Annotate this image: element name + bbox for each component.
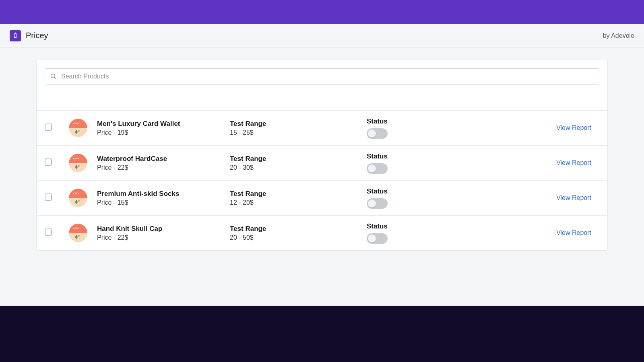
search-input[interactable] — [61, 73, 594, 80]
app-logo-icon — [10, 30, 21, 41]
product-thumbnail — [69, 119, 87, 137]
test-range-value: 15 - 25$ — [230, 129, 367, 136]
product-price: Price - 15$ — [97, 199, 230, 206]
test-range-label: Test Range — [230, 119, 367, 128]
select-checkbox[interactable] — [45, 158, 52, 166]
products-card: Men's Luxury Card Wallet Price - 19$ Tes… — [36, 60, 608, 251]
product-price: Price - 19$ — [97, 129, 230, 136]
search-icon — [50, 73, 57, 80]
svg-point-3 — [15, 32, 16, 33]
product-row: Premium Anti-skid Socks Price - 15$ Test… — [37, 180, 607, 215]
app-header: Pricey by Adevole — [0, 24, 644, 48]
product-thumbnail — [69, 189, 87, 207]
view-report-link[interactable]: View Report — [556, 194, 591, 201]
status-label: Status — [367, 152, 483, 161]
view-report-link[interactable]: View Report — [556, 159, 591, 166]
product-name: Hand Knit Skull Cap — [97, 224, 230, 233]
product-name: Waterproof HardCase — [97, 154, 230, 163]
status-label: Status — [367, 117, 483, 126]
product-price: Price - 22$ — [97, 164, 230, 171]
svg-rect-1 — [14, 34, 16, 37]
test-range-label: Test Range — [230, 154, 367, 163]
product-row: Waterproof HardCase Price - 22$ Test Ran… — [37, 145, 607, 180]
test-range-value: 20 - 30$ — [230, 164, 367, 171]
product-thumbnail — [69, 224, 87, 242]
status-toggle[interactable] — [367, 128, 388, 139]
select-checkbox[interactable] — [45, 123, 52, 131]
select-checkbox[interactable] — [45, 228, 52, 236]
status-label: Status — [367, 187, 483, 196]
status-toggle[interactable] — [367, 233, 388, 244]
search-box[interactable] — [45, 68, 599, 84]
test-range-value: 20 - 50$ — [230, 234, 367, 241]
byline: by Adevole — [603, 32, 634, 39]
product-name: Men's Luxury Card Wallet — [97, 119, 230, 128]
page-footer — [0, 306, 644, 362]
select-checkbox[interactable] — [45, 193, 52, 201]
product-name: Premium Anti-skid Socks — [97, 189, 230, 198]
product-row: Men's Luxury Card Wallet Price - 19$ Tes… — [37, 110, 607, 145]
test-range-label: Test Range — [230, 224, 367, 233]
status-toggle[interactable] — [367, 198, 388, 209]
product-thumbnail — [69, 154, 87, 172]
test-range-label: Test Range — [230, 189, 367, 198]
svg-line-5 — [54, 77, 56, 79]
top-accent-bar — [0, 0, 644, 24]
view-report-link[interactable]: View Report — [556, 124, 591, 131]
app-name: Pricey — [26, 31, 48, 40]
test-range-value: 12 - 20$ — [230, 199, 367, 206]
product-price: Price - 22$ — [97, 234, 230, 241]
status-label: Status — [367, 222, 483, 231]
view-report-link[interactable]: View Report — [556, 229, 591, 236]
product-row: Hand Knit Skull Cap Price - 22$ Test Ran… — [37, 215, 607, 250]
status-toggle[interactable] — [367, 163, 388, 174]
